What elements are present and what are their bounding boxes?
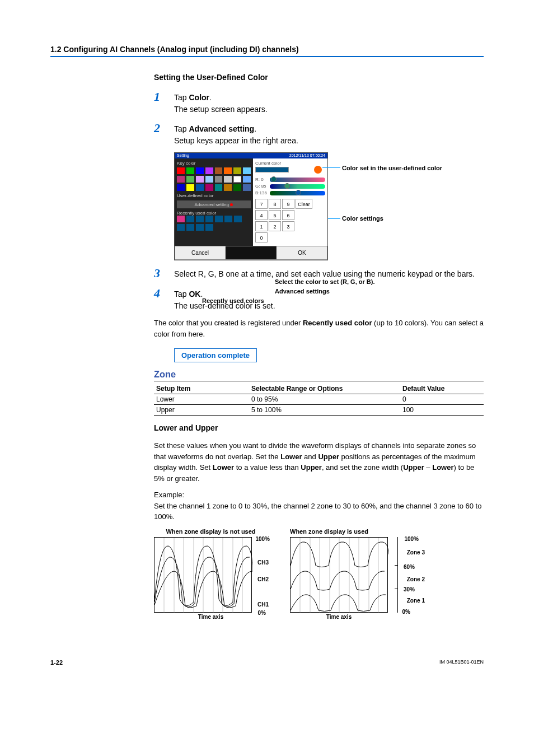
- b-slider[interactable]: [270, 191, 325, 195]
- device-screenshot: Setting2012/11/13 07:50:24 Key color Use…: [174, 152, 476, 260]
- note-b: Recently used color: [303, 319, 372, 327]
- zone-heading: Zone: [154, 369, 484, 381]
- zone-table: Setup ItemSelectable Range or OptionsDef…: [154, 384, 484, 416]
- example-label: Example:: [154, 491, 184, 499]
- callout-recently-used: Recently used colors: [202, 297, 264, 304]
- recently-used-label: Recently used color: [177, 211, 251, 216]
- step-3-number: 3: [154, 266, 174, 281]
- doc-id: IM 04L51B01-01EN: [439, 659, 484, 666]
- step-2-desc: Setup keys appear in the right area.: [174, 136, 298, 145]
- step-1-desc: The setup screen appears.: [174, 105, 268, 114]
- g-slider[interactable]: [270, 184, 325, 189]
- callout-select-rgb: Select the color to set (R, G, or B).: [275, 278, 374, 285]
- step-4-bold: OK: [189, 290, 200, 298]
- step-1-bold: Color: [189, 93, 209, 102]
- numeric-keypad[interactable]: 789Clear 456 123 0: [255, 199, 325, 242]
- callout-color-settings: Color settings: [342, 215, 383, 222]
- operation-complete-link[interactable]: Operation complete: [174, 348, 257, 362]
- cancel-button[interactable]: Cancel: [175, 246, 226, 260]
- current-color-label: Current color: [255, 161, 325, 166]
- step-2-text-a: Tap: [174, 124, 189, 133]
- key-color-label: Key color: [177, 161, 251, 166]
- graph-with-zone: When zone display is used 100% Zone 3 60…: [290, 528, 416, 620]
- step-1-text-c: .: [209, 93, 212, 102]
- note-a: The color that you created is registered…: [154, 319, 303, 327]
- step-2-number: 2: [154, 121, 174, 136]
- lower-upper-heading: Lower and Upper: [154, 423, 484, 432]
- page-number: 1-22: [50, 659, 63, 666]
- step-4-text-a: Tap: [174, 290, 189, 298]
- step-3-text: Select R, G, B one at a time, and set ea…: [174, 269, 475, 278]
- callout-user-defined-color: Color set in the user-defined color: [342, 165, 442, 171]
- advanced-setting-button[interactable]: Advanced setting: [177, 200, 251, 208]
- step-4-number: 4: [154, 286, 174, 301]
- page-subtitle: Setting the User-Defined Color: [154, 73, 484, 82]
- graph-no-zone: When zone display is not used 100% CH3 C…: [154, 528, 268, 620]
- user-defined-label: User-defined color: [177, 193, 251, 198]
- section-header: 1.2 Configuring AI Channels (Analog inpu…: [50, 45, 484, 57]
- callout-advanced-settings: Advanced settings: [275, 288, 330, 295]
- step-1-text-a: Tap: [174, 93, 189, 102]
- ok-button[interactable]: OK: [277, 246, 327, 260]
- step-2-bold: Advanced setting: [189, 124, 254, 133]
- example-text: Set the channel 1 zone to 0 to 30%, the …: [154, 502, 481, 521]
- step-2-text-c: .: [254, 124, 256, 133]
- step-1-number: 1: [154, 90, 174, 104]
- r-slider[interactable]: [270, 178, 325, 182]
